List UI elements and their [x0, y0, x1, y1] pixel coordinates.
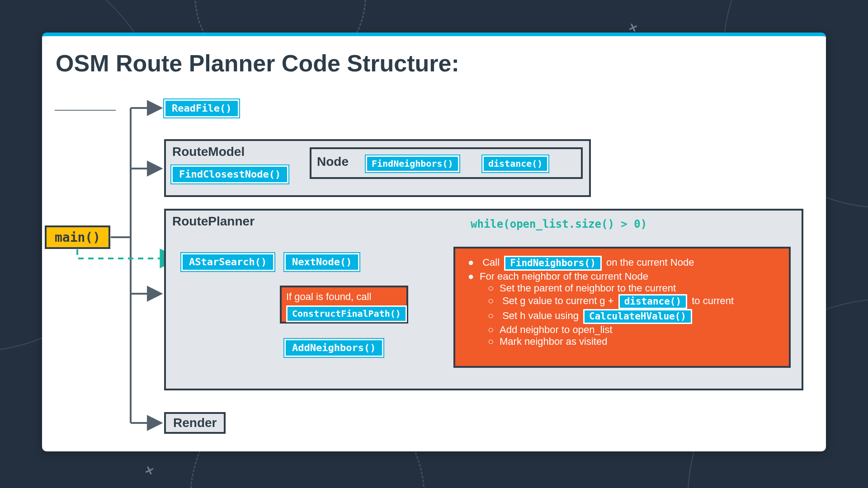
inline-fn-findneighbors: FindNeighbors() [504, 256, 602, 271]
class-routemodel-box: RouteModel FindClosestNode() Node FindNe… [164, 139, 591, 197]
class-routemodel-title: RouteModel [172, 145, 245, 159]
slide-card: OSM Route Planner Code Structure: [42, 33, 826, 451]
steps-list: Call FindNeighbors() on the current Node… [468, 256, 780, 347]
goal-found-box: If goal is found, call ConstructFinalPat… [280, 286, 408, 324]
main-function-label: main() [55, 230, 100, 245]
fn-readfile: ReadFile() [164, 99, 239, 117]
fn-distance: distance() [482, 155, 548, 172]
inline-fn-distance: distance() [618, 294, 687, 309]
steps-box: Call FindNeighbors() on the current Node… [453, 247, 791, 368]
main-function-box: main() [45, 225, 110, 249]
fn-findclosestnode: FindClosestNode() [171, 165, 288, 183]
inline-fn-calchvalue: CalculateHValue() [583, 309, 692, 324]
goal-found-text: If goal is found, call [286, 291, 402, 303]
fn-nextnode: NextNode() [284, 253, 359, 271]
class-node-box: Node FindNeighbors() distance() [310, 147, 583, 179]
class-routeplanner-box: RoutePlanner while(open_list.size() > 0)… [164, 209, 803, 390]
diagram-canvas: main() ReadFile() RouteModel FindClosest… [42, 36, 826, 451]
loop-condition-label: while(open_list.size() > 0) [471, 218, 647, 230]
class-render-title: Render [173, 416, 217, 430]
class-node-title: Node [317, 155, 349, 169]
fn-astarsearch: AStarSearch() [181, 253, 274, 271]
fn-constructfinalpath: ConstructFinalPath() [286, 305, 407, 322]
class-render-box: Render [164, 412, 226, 434]
fn-findneighbors: FindNeighbors() [366, 155, 459, 172]
class-routeplanner-title: RoutePlanner [172, 214, 255, 229]
fn-addneighbors: AddNeighbors() [284, 339, 383, 357]
